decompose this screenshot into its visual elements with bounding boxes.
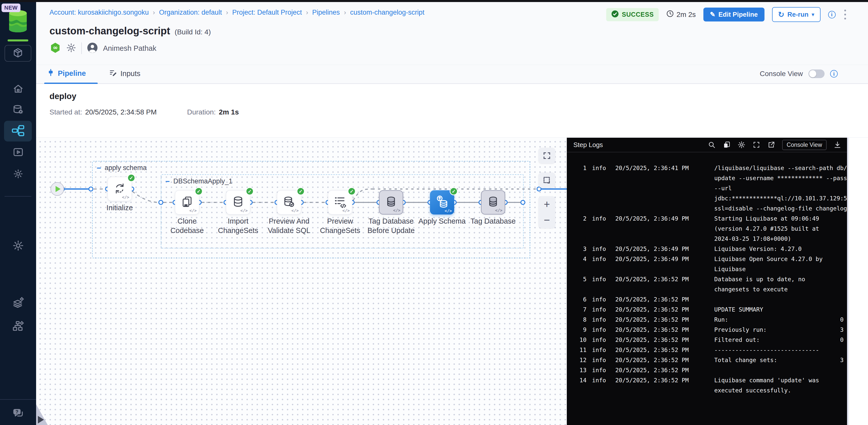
play-box-icon (12, 146, 24, 159)
info-icon[interactable]: i (828, 11, 836, 19)
started-at: Started at: 20/5/2025, 2:34:58 PM (50, 108, 157, 116)
step-logs-toolbar: Console View (708, 140, 841, 150)
more-options-menu[interactable] (843, 8, 847, 21)
status-badge: SUCCESS (606, 8, 659, 21)
sidebar-item-environments[interactable] (12, 297, 24, 309)
sidebar-item-executions[interactable] (12, 146, 24, 159)
edit-pipeline-button[interactable]: ✎ Edit Pipeline (703, 7, 765, 22)
check-circle-icon (611, 10, 619, 19)
sidebar-item-databases[interactable] (12, 104, 24, 116)
sidebar: NEW (0, 2, 36, 425)
console-view-toggle[interactable] (808, 69, 825, 78)
layers-gear-icon (12, 297, 24, 310)
success-check-badge: ✓ (348, 187, 356, 195)
sidebar-module-selector[interactable] (4, 45, 31, 62)
start-node[interactable] (51, 182, 64, 196)
log-line: 11info20/5/2025, 2:36:52 PM-------------… (573, 345, 847, 355)
started-label: Started at: (50, 108, 82, 116)
gear-icon (13, 169, 23, 180)
info-icon[interactable]: i (830, 70, 838, 78)
sidebar-divider (4, 196, 31, 197)
breadcrumb-pipelines[interactable]: Pipelines (312, 8, 340, 17)
pipeline-icon (11, 124, 24, 138)
fit-to-screen-button[interactable] (538, 148, 555, 164)
log-line: 5info20/5/2025, 2:36:52 PMDatabase is up… (573, 274, 847, 294)
avatar (87, 42, 98, 54)
log-line: 6info20/5/2025, 2:36:52 PM (573, 294, 847, 305)
sidebar-collapse-handle[interactable] (38, 416, 44, 424)
breadcrumb-project[interactable]: Project: Default Project (232, 8, 302, 17)
sidebar-item-help[interactable]: ? (12, 408, 24, 420)
clock-icon (666, 10, 674, 19)
marquee-select-button[interactable] (538, 173, 555, 188)
sidebar-item-home[interactable] (12, 83, 24, 95)
database-gear-icon (12, 104, 24, 116)
zoom-in-button[interactable]: + (544, 197, 550, 212)
node-tag-database[interactable]: </> (481, 190, 505, 215)
sidebar-item-pipelines-active[interactable] (4, 121, 32, 142)
open-external-icon[interactable] (767, 141, 775, 149)
title-row: custom-changelog-script (Build Id: 4) (50, 25, 211, 37)
code-badge: </> (189, 208, 197, 213)
code-badge: </> (291, 208, 299, 213)
success-check-badge: ✓ (246, 187, 254, 195)
elapsed-time: 2m 2s (666, 10, 695, 19)
copy-icon[interactable] (722, 141, 731, 149)
sidebar-item-project-settings[interactable] (12, 168, 24, 180)
step-logs-title: Step Logs (574, 141, 603, 149)
breadcrumb-organization[interactable]: Organization: default (159, 8, 222, 17)
breadcrumb-separator: › (153, 8, 155, 17)
pipeline-canvas[interactable]: − apply schema − DBSchemaApply_1 (36, 138, 567, 425)
log-line: 4info20/5/2025, 2:36:49 PMLiquibase Open… (573, 254, 847, 274)
page-scroll-gutter[interactable] (847, 138, 868, 425)
rerun-button[interactable]: ↻ Re-run ▾ (772, 7, 820, 22)
sync-icon (113, 182, 126, 196)
help-chat-icon: ? (12, 407, 24, 420)
sidebar-item-account-settings[interactable] (12, 240, 24, 252)
log-line: 13info20/5/2025, 2:36:52 PM (573, 365, 847, 375)
node-label: Tag Database Before Update (366, 217, 416, 235)
database-check-icon (282, 195, 296, 210)
node-tag-database-before-update[interactable]: </> (379, 190, 403, 215)
clone-icon (180, 195, 194, 210)
pipeline-meta-row: ∞ Animesh Pathak (50, 42, 156, 54)
divider (81, 42, 82, 54)
zoom-controls: + − (538, 196, 555, 228)
status-label: SUCCESS (622, 11, 654, 18)
header: Account: kurosakiichigo.songoku › Organi… (36, 2, 868, 65)
zoom-out-button[interactable]: − (544, 212, 550, 228)
console-view-control: Console View i (760, 69, 838, 78)
gear-icon (12, 240, 24, 252)
cube-icon (12, 47, 24, 59)
header-actions: SUCCESS 2m 2s ✎ Edit Pipeline ↻ Re-run ▾… (606, 7, 847, 22)
search-icon[interactable] (708, 141, 716, 149)
stage-summary: deploy Started at: 20/5/2025, 2:34:58 PM… (36, 84, 868, 138)
log-line: 9info20/5/2025, 2:36:52 PMPreviously run… (573, 325, 847, 335)
breadcrumb-account[interactable]: Account: kurosakiichigo.songoku (50, 8, 149, 17)
page-title: custom-changelog-script (50, 25, 170, 37)
duration: Duration: 2m 1s (187, 108, 239, 116)
console-view-label: Console View (760, 70, 803, 78)
liquibase-flow-badge-icon: ∞ (50, 42, 61, 55)
pipeline-settings-gear-icon[interactable] (66, 43, 76, 54)
breadcrumb-current-pipeline[interactable]: custom-changelog-script (350, 8, 425, 17)
liquibase-logo[interactable] (7, 9, 28, 34)
download-icon[interactable] (833, 141, 841, 149)
success-check-badge: ✓ (127, 174, 135, 182)
sidebar-item-flow-settings[interactable] (12, 320, 24, 333)
node-label: Tag Database (468, 217, 518, 226)
duration-label: Duration: (187, 108, 216, 116)
changeset-list-icon (333, 195, 347, 210)
log-line: 12info20/5/2025, 2:36:52 PMTotal change … (573, 355, 847, 365)
brand-underline (7, 39, 28, 41)
log-line: 1info20/5/2025, 2:36:41 PM/liquibase/liq… (573, 163, 847, 214)
fullscreen-icon[interactable] (752, 141, 761, 149)
tab-inputs[interactable]: Inputs (109, 69, 141, 78)
node-label: Import ChangeSets (213, 217, 263, 235)
started-value: 20/5/2025, 2:34:58 PM (85, 108, 157, 116)
tab-pipeline[interactable]: Pipeline (47, 69, 86, 78)
breadcrumb-separator: › (226, 8, 228, 17)
gear-icon[interactable] (738, 141, 746, 149)
step-logs-body[interactable]: 1info20/5/2025, 2:36:41 PM/liquibase/liq… (567, 152, 847, 395)
console-view-button[interactable]: Console View (782, 140, 827, 150)
